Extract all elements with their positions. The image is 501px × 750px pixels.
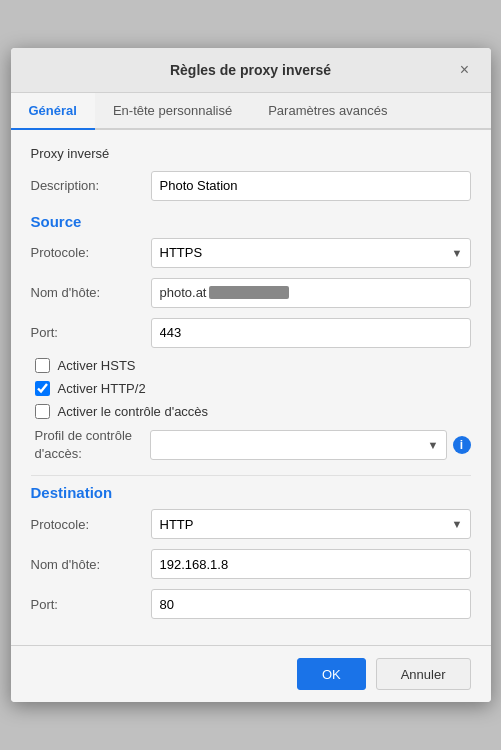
source-port-input[interactable] (151, 318, 471, 348)
cancel-button[interactable]: Annuler (376, 658, 471, 690)
dest-protocol-label: Protocole: (31, 517, 151, 532)
description-row: Description: (31, 171, 471, 201)
source-hostname-row: Nom d'hôte: photo.at (31, 278, 471, 308)
dest-port-row: Port: (31, 589, 471, 619)
profile-label: Profil de contrôle d'accès: (35, 427, 150, 463)
dest-port-input[interactable] (151, 589, 471, 619)
dialog-title: Règles de proxy inversé (47, 62, 455, 78)
close-button[interactable]: × (455, 60, 475, 80)
dialog-footer: OK Annuler (11, 645, 491, 702)
ok-button[interactable]: OK (297, 658, 366, 690)
dest-port-label: Port: (31, 597, 151, 612)
tab-bar: Général En-tête personnalisé Paramètres … (11, 93, 491, 130)
profile-select-wrapper: ▼ (150, 430, 447, 460)
destination-title: Destination (31, 475, 471, 501)
http2-label[interactable]: Activer HTTP/2 (58, 381, 146, 396)
source-title: Source (31, 213, 471, 230)
hsts-checkbox[interactable] (35, 358, 50, 373)
access-control-checkbox[interactable] (35, 404, 50, 419)
access-control-label[interactable]: Activer le contrôle d'accès (58, 404, 209, 419)
dialog-header: Règles de proxy inversé × (11, 48, 491, 93)
dest-protocol-select-wrapper: HTTP HTTPS ▼ (151, 509, 471, 539)
dialog: Règles de proxy inversé × Général En-têt… (11, 48, 491, 702)
info-icon[interactable]: i (453, 436, 471, 454)
dest-hostname-row: Nom d'hôte: (31, 549, 471, 579)
source-protocol-row: Protocole: HTTPS HTTP ▼ (31, 238, 471, 268)
dest-protocol-row: Protocole: HTTP HTTPS ▼ (31, 509, 471, 539)
access-control-row: Activer le contrôle d'accès (31, 404, 471, 419)
source-protocol-label: Protocole: (31, 245, 151, 260)
profile-select[interactable] (150, 430, 447, 460)
hsts-label[interactable]: Activer HSTS (58, 358, 136, 373)
description-label: Description: (31, 178, 151, 193)
proxy-label: Proxy inversé (31, 146, 471, 161)
source-hostname-input-wrapper[interactable]: photo.at (151, 278, 471, 308)
tab-custom-header[interactable]: En-tête personnalisé (95, 93, 250, 130)
source-hostname-redacted (209, 286, 289, 299)
http2-checkbox[interactable] (35, 381, 50, 396)
source-port-row: Port: (31, 318, 471, 348)
dest-protocol-select[interactable]: HTTP HTTPS (151, 509, 471, 539)
http2-row: Activer HTTP/2 (31, 381, 471, 396)
source-hostname-prefix: photo.at (160, 285, 207, 300)
dest-hostname-label: Nom d'hôte: (31, 557, 151, 572)
tab-advanced[interactable]: Paramètres avancés (250, 93, 405, 130)
description-input[interactable] (151, 171, 471, 201)
hsts-row: Activer HSTS (31, 358, 471, 373)
source-port-label: Port: (31, 325, 151, 340)
source-hostname-label: Nom d'hôte: (31, 285, 151, 300)
dialog-body: Proxy inversé Description: Source Protoc… (11, 130, 491, 645)
dest-hostname-input[interactable] (151, 549, 471, 579)
tab-general[interactable]: Général (11, 93, 95, 130)
source-protocol-select[interactable]: HTTPS HTTP (151, 238, 471, 268)
source-protocol-select-wrapper: HTTPS HTTP ▼ (151, 238, 471, 268)
profile-row: Profil de contrôle d'accès: ▼ i (31, 427, 471, 463)
